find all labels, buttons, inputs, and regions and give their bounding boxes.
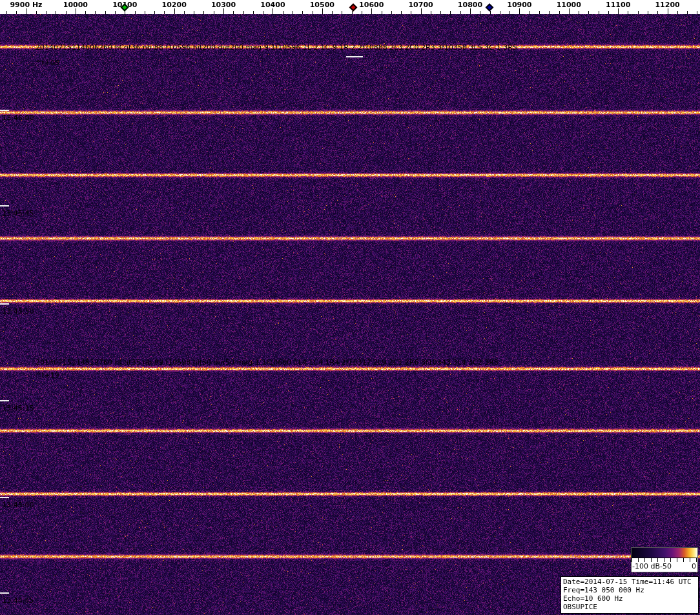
legend-max-label: 0 [692,562,696,570]
freq-tick-label: 10900 [507,1,531,9]
freq-tick-label: 10600 [359,1,384,9]
info-box: Date=2014-07-15 Time=11:46 UTC Freq=143 … [561,576,699,614]
color-scale-labels: -100 dB -50 0 [632,562,697,572]
freq-tick-label: 10400 [260,1,285,9]
freq-tick-label: 10500 [310,1,335,9]
freq-tick-label: 10200 [162,1,187,9]
info-echo-line: Echo=10 600 Hz [563,594,696,603]
legend-min-label: -100 dB [632,562,660,570]
legend-mid-label: -50 [660,562,672,570]
freq-tick-label: 10800 [458,1,482,9]
spectrogram-canvas[interactable] [0,14,700,615]
info-freq-line: Freq=143 050 000 Hz [563,586,696,594]
freq-tick-label: 10300 [211,1,236,9]
info-date-line: Date=2014-07-15 Time=11:46 UTC [563,578,696,586]
freq-tick-label: 9900 Hz [10,1,42,9]
color-scale-gradient [632,548,697,558]
freq-tick-label: 10000 [63,1,88,9]
spectrogram-window: 9900 Hz100001010010200103001040010500106… [0,0,700,615]
freq-tick-label: 11200 [655,1,679,9]
freq-tick-label: 10700 [408,1,433,9]
info-station-line: OBSUPICE [563,603,696,611]
color-scale-legend: -100 dB -50 0 [631,547,698,572]
freq-tick-label: 11100 [606,1,630,9]
freq-tick-label: 11000 [557,1,581,9]
frequency-axis[interactable]: 9900 Hz100001010010200103001040010500106… [0,0,700,14]
